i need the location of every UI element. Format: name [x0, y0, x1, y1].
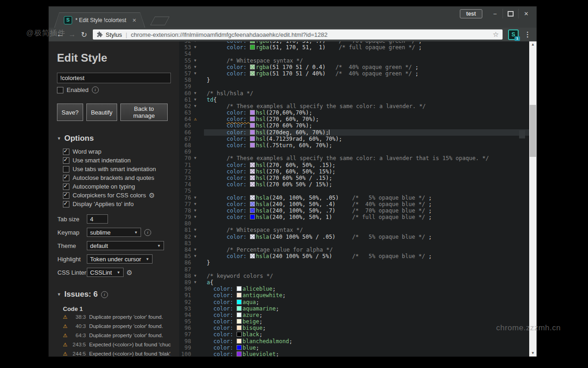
fold-arrow-icon[interactable]: ▼ — [191, 234, 199, 240]
color-swatch[interactable] — [250, 195, 255, 200]
reload-icon[interactable]: ↻ — [78, 30, 90, 39]
color-swatch[interactable] — [250, 234, 255, 239]
color-swatch[interactable] — [250, 253, 255, 259]
gear-icon[interactable]: ⚙ — [126, 270, 132, 276]
color-swatch[interactable] — [237, 306, 242, 311]
fold-arrow-icon[interactable]: ▼ — [191, 64, 199, 70]
code-line-text[interactable]: /* These examples all specify the same c… — [204, 155, 529, 161]
option-checkbox[interactable] — [63, 157, 69, 164]
color-swatch[interactable] — [250, 169, 255, 174]
scroll-down-arrow-icon[interactable]: ▼ — [529, 350, 537, 356]
code-line-text[interactable]: color: rgba(51 170 51 / 40%) /* 40% opaq… — [204, 70, 529, 77]
color-swatch[interactable] — [250, 123, 255, 128]
fold-arrow-icon[interactable]: ▼ — [191, 247, 199, 253]
fold-arrow-icon[interactable]: ▼ — [191, 103, 199, 109]
tab-close-icon[interactable]: ✕ — [132, 17, 136, 23]
code-line-text[interactable]: color: rgba(51, 170, 51, 1) /* full opaq… — [204, 44, 529, 51]
gutter-warning-icon[interactable]: ⚠ — [191, 116, 199, 122]
scroll-up-arrow-icon[interactable]: ▲ — [529, 41, 537, 48]
options-header[interactable]: ▼ Options — [57, 134, 171, 143]
color-swatch[interactable] — [250, 71, 255, 76]
browser-menu-icon[interactable]: ⋮ — [524, 30, 531, 39]
bookmark-star-icon[interactable]: ☆ — [493, 30, 499, 39]
issues-header[interactable]: ▼ Issues: 6 i — [57, 290, 171, 299]
code-line-text[interactable]: color: hsl(270, 60%, 50%, 15%); — [204, 168, 529, 175]
code-line-text[interactable] — [204, 266, 529, 273]
code-line-text[interactable]: color: azure; — [204, 312, 529, 318]
color-swatch[interactable] — [237, 293, 242, 298]
stylus-extension-icon[interactable]: S 1 — [508, 29, 519, 40]
code-line-text[interactable] — [204, 188, 529, 194]
code-editor[interactable]: 52▼ color: rgba(51, 170, 51, .7) /* 70% … — [179, 41, 529, 356]
color-swatch[interactable] — [237, 339, 242, 344]
fold-arrow-icon[interactable]: ▼ — [191, 44, 199, 51]
fold-arrow-icon[interactable]: ▼ — [191, 201, 199, 207]
code-line-text[interactable]: color: hsla(240, 100%, 50%, 1) /* full o… — [204, 214, 529, 220]
color-swatch[interactable] — [237, 286, 242, 291]
fold-arrow-icon[interactable]: ▼ — [191, 70, 199, 77]
fold-arrow-icon[interactable]: ▼ — [191, 90, 199, 97]
fold-arrow-icon[interactable]: ▼ — [191, 207, 199, 214]
field-select[interactable]: Token under cursor▼ — [87, 254, 153, 264]
code-line-text[interactable]: color: hsl(270deg, 60%, 70%); — [204, 129, 529, 136]
code-line-text[interactable]: color: antiquewhite; — [204, 292, 529, 299]
option-checkbox[interactable] — [63, 149, 69, 155]
color-swatch[interactable] — [250, 201, 255, 207]
issue-item[interactable]: ⚠40:3Duplicate property 'color' found. — [63, 323, 171, 329]
code-line-text[interactable]: a{ — [204, 279, 529, 286]
fold-arrow-icon[interactable]: ▼ — [191, 273, 199, 279]
enabled-checkbox[interactable] — [57, 87, 63, 93]
issue-item[interactable]: ⚠244:5Expected (<color>) but found 'blak… — [63, 351, 171, 356]
issue-item[interactable]: ⚠243:5Expected (<color>) but found 'chuc… — [63, 342, 171, 348]
color-swatch[interactable] — [250, 45, 255, 50]
color-swatch[interactable] — [237, 299, 242, 305]
field-select[interactable]: CSSLint▼ — [87, 268, 124, 277]
code-line-text[interactable]: color: hsla(240 100% 50% / .05) /* 5% op… — [204, 234, 529, 240]
code-line-text[interactable]: color: blueviolet; — [204, 351, 529, 356]
color-swatch[interactable] — [250, 130, 255, 135]
issues-info-icon[interactable]: i — [101, 291, 108, 298]
url-text[interactable]: chrome-extension://lfnlmiimoamfidmfgcfee… — [131, 31, 490, 38]
fold-arrow-icon[interactable]: ▼ — [191, 214, 199, 220]
code-line-text[interactable] — [204, 83, 529, 90]
color-swatch[interactable] — [250, 143, 255, 148]
fold-arrow-icon[interactable]: ▼ — [191, 253, 199, 259]
gear-icon[interactable]: ⚙ — [149, 192, 155, 198]
color-swatch[interactable] — [237, 312, 242, 317]
code-line-text[interactable]: color: hsl(.75turn, 60%, 70%); — [204, 142, 529, 149]
color-swatch[interactable] — [237, 345, 242, 350]
color-swatch[interactable] — [250, 214, 255, 219]
color-swatch[interactable] — [250, 116, 255, 121]
page-scrollbar[interactable]: ▲ ▼ — [529, 41, 537, 356]
code-line-text[interactable]: color: blanchedalmond; — [204, 338, 529, 345]
code-line-text[interactable]: color: aliceblue; — [204, 286, 529, 292]
code-line-text[interactable] — [204, 149, 529, 155]
option-checkbox[interactable] — [63, 175, 69, 181]
fold-arrow-icon[interactable]: ▼ — [191, 97, 199, 103]
save-button[interactable]: Save? — [57, 104, 83, 121]
color-swatch[interactable] — [237, 319, 242, 324]
code-line-text[interactable]: } — [204, 259, 529, 266]
minimize-button[interactable]: – — [487, 9, 503, 18]
code-line-text[interactable]: color: hsl(270,60%,70%); — [204, 109, 529, 116]
option-checkbox[interactable] — [63, 166, 69, 172]
code-line-text[interactable]: color: bisque; — [204, 325, 529, 331]
code-line-text[interactable]: } — [204, 77, 529, 83]
code-line-text[interactable] — [204, 220, 529, 227]
field-input[interactable]: 4 — [87, 214, 108, 224]
new-tab-button[interactable] — [150, 17, 170, 25]
code-line-text[interactable]: color: hsl(270 60% 50% / 15%); — [204, 181, 529, 188]
code-line-text[interactable]: color: hsla(240, 100%, 50%, .7) /* 70% o… — [204, 207, 529, 214]
code-line-text[interactable]: color: black; — [204, 331, 529, 338]
code-line-text[interactable]: color: hsla(240, 100%, 50%, .4) /* 40% o… — [204, 201, 529, 207]
color-swatch[interactable] — [250, 182, 255, 187]
maximize-button[interactable] — [503, 9, 518, 18]
code-line-text[interactable]: /* These examples all specify the same c… — [204, 103, 529, 109]
option-checkbox[interactable] — [63, 192, 69, 199]
info-icon[interactable]: i — [92, 86, 99, 93]
beautify-button[interactable]: Beautify — [86, 104, 117, 121]
color-swatch[interactable] — [237, 325, 242, 330]
code-line-text[interactable]: /* Percentage value for alpha */ — [204, 247, 529, 253]
color-swatch[interactable] — [250, 175, 255, 180]
color-swatch[interactable] — [250, 110, 255, 115]
